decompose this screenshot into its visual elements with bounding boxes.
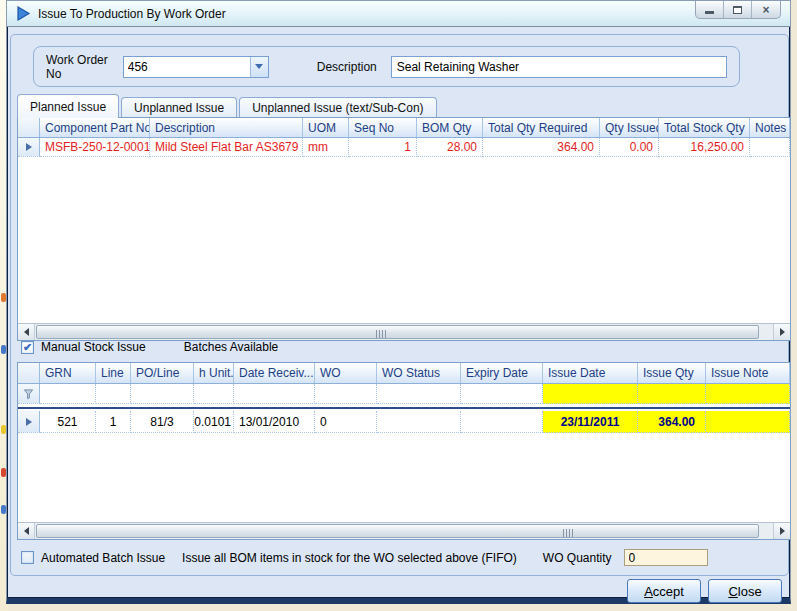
- automated-batch-issue-checkbox[interactable]: [21, 551, 34, 564]
- cell-issue-qty[interactable]: 364.00: [638, 411, 706, 433]
- scroll-grip-icon: [563, 529, 574, 537]
- current-row-indicator: [18, 138, 40, 157]
- cell-description[interactable]: Mild Steel Flat Bar AS3679 ...: [150, 138, 303, 157]
- col-total-stock-qty[interactable]: Total Stock Qty: [659, 118, 750, 137]
- col-wo-status[interactable]: WO Status: [377, 363, 461, 383]
- row-indicator-header: [18, 363, 40, 383]
- col-line[interactable]: Line: [96, 363, 131, 383]
- maximize-button[interactable]: [724, 1, 752, 18]
- description-label: Description: [317, 60, 377, 74]
- cell-wo-status[interactable]: [377, 411, 461, 433]
- batches-grid-header: GRN Line PO/Line h Unit... Date Receiv..…: [18, 363, 790, 384]
- filter-issue-note[interactable]: [706, 384, 790, 404]
- batches-grid-row[interactable]: 521 1 81/3 0.0101 13/01/2010 0 23/11/201…: [18, 411, 790, 433]
- tab-planned-issue[interactable]: Planned Issue: [17, 94, 119, 118]
- scroll-left-button[interactable]: [18, 523, 35, 539]
- scroll-thumb[interactable]: [36, 524, 759, 538]
- minimize-button[interactable]: [696, 1, 724, 18]
- tab-unplanned-issue[interactable]: Unplanned Issue: [121, 97, 237, 118]
- batches-grid-hscrollbar[interactable]: [18, 522, 790, 539]
- filter-line[interactable]: [96, 384, 131, 404]
- cell-notes[interactable]: [750, 138, 790, 157]
- manual-stock-issue-checkbox[interactable]: ✔: [21, 341, 34, 354]
- col-wo[interactable]: WO: [315, 363, 377, 383]
- scroll-right-button[interactable]: [773, 324, 790, 340]
- col-po-line[interactable]: PO/Line: [131, 363, 194, 383]
- col-component-part-no[interactable]: Component Part No: [40, 118, 150, 137]
- work-order-no-input[interactable]: [124, 57, 250, 77]
- scroll-track[interactable]: [35, 324, 773, 340]
- fifo-note-label: Issue all BOM items in stock for the WO …: [182, 551, 517, 565]
- cell-issue-note[interactable]: [706, 411, 790, 433]
- tab-unplanned-issue-text-subcon[interactable]: Unplanned Issue (text/Sub-Con): [239, 97, 436, 118]
- cell-seq-no[interactable]: 1: [349, 138, 417, 157]
- col-issue-qty[interactable]: Issue Qty: [638, 363, 706, 383]
- description-input[interactable]: [391, 56, 727, 78]
- close-button[interactable]: ×: [752, 1, 780, 18]
- filter-expiry-date[interactable]: [461, 384, 543, 404]
- batches-grid-empty-area: [18, 433, 790, 522]
- cell-line[interactable]: 1: [96, 411, 131, 433]
- planned-issue-grid: Component Part No Description UOM Seq No…: [17, 117, 791, 341]
- filter-grn[interactable]: [40, 384, 96, 404]
- work-order-no-combobox[interactable]: [123, 56, 269, 78]
- cell-uom[interactable]: mm: [303, 138, 349, 157]
- col-description[interactable]: Description: [150, 118, 303, 137]
- scroll-left-button[interactable]: [18, 324, 35, 340]
- filter-date-received[interactable]: [234, 384, 315, 404]
- filter-wo-status[interactable]: [377, 384, 461, 404]
- cell-po-line[interactable]: 81/3: [131, 411, 194, 433]
- accept-button[interactable]: Accept: [627, 579, 701, 603]
- filter-unit-cost[interactable]: [194, 384, 234, 404]
- scroll-right-icon: [780, 328, 785, 336]
- col-seq-no[interactable]: Seq No: [349, 118, 417, 137]
- title-bar[interactable]: Issue To Production By Work Order: [7, 1, 790, 27]
- automated-batch-issue-label: Automated Batch Issue: [41, 551, 165, 565]
- filter-wo[interactable]: [315, 384, 377, 404]
- batches-grid-filter-row[interactable]: [18, 384, 790, 404]
- cell-wo[interactable]: 0: [315, 411, 377, 433]
- cell-date-received[interactable]: 13/01/2010: [234, 411, 315, 433]
- automated-batch-issue-row: Automated Batch Issue Issue all BOM item…: [21, 549, 708, 566]
- check-icon: ✔: [23, 342, 32, 353]
- col-uom[interactable]: UOM: [303, 118, 349, 137]
- cell-total-stock-qty[interactable]: 16,250.00: [659, 138, 750, 157]
- scroll-track[interactable]: [35, 523, 773, 539]
- col-bom-qty[interactable]: BOM Qty: [417, 118, 483, 137]
- manual-stock-issue-label: Manual Stock Issue: [41, 340, 146, 354]
- wo-quantity-input[interactable]: [624, 549, 708, 566]
- col-date-received[interactable]: Date Receiv...: [234, 363, 315, 383]
- col-notes[interactable]: Notes: [750, 118, 790, 137]
- col-total-qty-required[interactable]: Total Qty Required: [483, 118, 600, 137]
- col-issue-note[interactable]: Issue Note: [706, 363, 790, 383]
- filter-po-line[interactable]: [131, 384, 194, 404]
- window-title: Issue To Production By Work Order: [38, 7, 226, 21]
- work-order-dropdown-button[interactable]: [250, 57, 268, 77]
- cell-unit-cost[interactable]: 0.0101: [194, 411, 234, 433]
- maximize-icon: [733, 6, 742, 14]
- row-arrow-icon: [26, 143, 32, 151]
- filter-issue-date[interactable]: [543, 384, 638, 404]
- cell-component-part-no[interactable]: MSFB-250-12-0001: [40, 138, 150, 157]
- cell-total-qty-required[interactable]: 364.00: [483, 138, 600, 157]
- filter-issue-qty[interactable]: [638, 384, 706, 404]
- col-qty-issued[interactable]: Qty Issued: [600, 118, 659, 137]
- cell-qty-issued[interactable]: 0.00: [600, 138, 659, 157]
- planned-grid-row[interactable]: MSFB-250-12-0001 Mild Steel Flat Bar AS3…: [18, 138, 790, 157]
- cell-grn[interactable]: 521: [40, 411, 96, 433]
- cell-expiry-date[interactable]: [461, 411, 543, 433]
- scroll-right-button[interactable]: [773, 523, 790, 539]
- manual-stock-issue-row: ✔ Manual Stock Issue Batches Available: [21, 340, 278, 354]
- cell-issue-date[interactable]: 23/11/2011: [543, 411, 638, 433]
- col-grn[interactable]: GRN: [40, 363, 96, 383]
- scroll-thumb[interactable]: [36, 325, 759, 339]
- main-group-box: Work Order No Description Planned Issue …: [10, 34, 789, 576]
- planned-grid-hscrollbar[interactable]: [18, 323, 790, 340]
- work-order-no-label: Work Order No: [46, 53, 113, 81]
- cell-bom-qty[interactable]: 28.00: [417, 138, 483, 157]
- chevron-down-icon: [255, 64, 263, 69]
- close-dialog-button[interactable]: Close: [708, 579, 782, 603]
- col-expiry-date[interactable]: Expiry Date: [461, 363, 543, 383]
- col-unit-cost[interactable]: h Unit...: [194, 363, 234, 383]
- col-issue-date[interactable]: Issue Date: [543, 363, 638, 383]
